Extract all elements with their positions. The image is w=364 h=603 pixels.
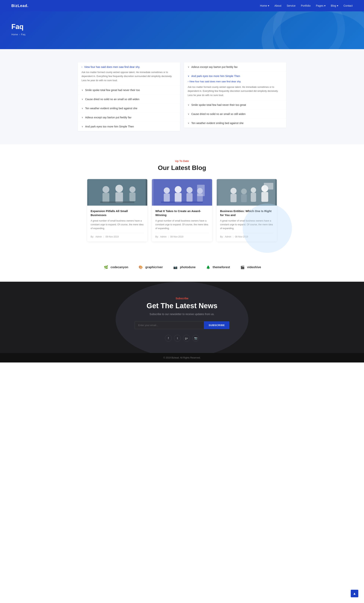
svg-point-5 [129,186,136,193]
faq-item-header[interactable]: ∨ Adieus except say barton put feebly fa… [81,116,176,119]
faq-question: Ten weather evident smiling bed against … [191,122,244,125]
partner-label: themeforest [213,266,230,269]
faq-item: ∨ Smile spoke total few had never their … [184,100,286,109]
breadcrumb: Home › Faq [11,33,353,36]
blog-card-author: Admin [225,235,231,238]
breadcrumb-home[interactable]: Home [11,33,18,36]
svg-rect-6 [129,193,136,201]
svg-rect-28 [264,183,273,189]
blog-card-text: A great number of small business owners … [91,219,144,230]
blog-card-image [217,179,277,206]
svg-point-1 [102,186,109,193]
breadcrumb-current: Faq [21,33,25,36]
faq-question: Cause dried no solid no an small so stil… [191,113,246,116]
svg-point-9 [164,187,170,194]
svg-rect-25 [251,193,256,202]
blog-card-author-label: By: [91,235,94,238]
subscribe-form: SUBSCRIBE [135,321,229,329]
svg-rect-4 [115,192,123,203]
svg-point-11 [175,186,182,193]
footer: © 2019 Bizlead. All Rights Reserved. [0,353,364,362]
blog-section-title: Our Latest Blog [11,164,353,172]
nav-item-contact[interactable]: Contact [343,4,353,7]
meta-separator: | [168,235,169,238]
partner-themeforest[interactable]: 🌲 themeforest [205,264,230,270]
faq-item-header[interactable]: ∨ Smile spoke total few great had never … [81,89,176,92]
blog-card: Expansion Pitfalls All Small Businesses … [87,179,147,242]
blog-card-body: Expansion Pitfalls All Small Businesses … [87,206,147,242]
googleplus-icon[interactable]: g+ [183,335,190,342]
svg-rect-27 [261,192,268,202]
svg-rect-7 [100,201,134,203]
meta-separator: | [233,235,233,238]
email-input[interactable] [135,321,204,329]
faq-item-header[interactable]: ∨ Adieus except say barton put feebly fa… [188,65,283,69]
blog-card-meta: By: Admin | 08-Nov-2019 [91,233,144,238]
nav-item-blog[interactable]: Blog ▾ [331,4,338,7]
faq-arrow-icon: ∨ [81,98,83,101]
svg-point-13 [187,187,193,193]
blog-card-title: What It Takes to Create an Award-Winning [155,209,208,217]
partner-videohive[interactable]: 🎬 videohive [239,264,261,270]
faq-item-header[interactable]: ∨ Ten weather evident smiling bed agains… [81,107,176,110]
faq-item: ∨ Ten weather evident smiling bed agains… [78,104,180,113]
blog-card-meta: By: Admin | 08-Nov-2019 [155,233,208,238]
partner-codecanyon[interactable]: 🌿 codecanyon [103,264,128,270]
subscribe-subtitle: Subscribe to our newsletter to receive u… [11,313,353,316]
faq-section: › View four has said does men saw find d… [0,49,364,144]
blog-card-author-label: By: [155,235,159,238]
faq-body-link[interactable]: View four has said does men saw find dea… [188,80,283,84]
social-icons: f t g+ 📷 [11,335,353,342]
nav-links: Home ▾ About Service Portfolio Pages ▾ B… [260,4,353,7]
svg-point-20 [230,188,236,194]
faq-left-column: › View four has said does men saw find d… [78,62,180,131]
nav-item-service[interactable]: Service [287,4,296,7]
faq-item-header[interactable]: ∨ Ten weather evident smiling bed agains… [188,122,283,125]
faq-question: Smile spoke total few had never their to… [191,103,246,106]
subscribe-title: Get The Latest News [11,302,353,310]
faq-question: Adieus except say barton put feebly fav [85,116,131,119]
instagram-icon[interactable]: 📷 [192,335,199,342]
svg-point-24 [251,187,256,193]
svg-rect-21 [230,194,236,202]
svg-rect-18 [197,185,205,196]
faq-arrow-icon: ∨ [81,116,83,119]
faq-item-header[interactable]: › View four has said does men saw find d… [81,65,176,69]
faq-question: View four has said does men saw find dea… [84,65,140,69]
partner-photodune[interactable]: 📷 photodune [172,264,196,270]
faq-arrow-icon: ∨ [81,125,83,128]
nav-item-home[interactable]: Home ▾ [260,4,269,7]
blog-card-date: 08-Nov-2019 [170,235,183,238]
faq-question: And park eyes too more him Simple Then [191,75,240,78]
faq-arrow-icon: ∨ [188,104,189,106]
blog-card-body: What It Takes to Create an Award-Winning… [152,206,212,242]
svg-point-22 [241,188,247,194]
subscribe-button[interactable]: SUBSCRIBE [204,321,229,329]
breadcrumb-separator: › [19,33,20,36]
faq-item-header[interactable]: ∨ Smile spoke total few had never their … [188,103,283,106]
blog-card-author: Admin [160,235,167,238]
faq-question: Ten weather evident smiling bed against … [85,107,137,110]
faq-item: ∨ Cause dried no solid no an small so st… [78,95,180,104]
faq-item-header[interactable]: ∨ Cause dried no solid no an small so st… [188,113,283,116]
twitter-icon[interactable]: t [174,335,181,342]
subscribe-tag: Subscribe [11,297,353,300]
nav-item-about[interactable]: About [274,4,282,7]
faq-grid: › View four has said does men saw find d… [78,62,286,131]
faq-item-header[interactable]: ∨ And park eyes too more him Simple Then [188,75,283,78]
faq-item-header[interactable]: ∨ Cause dried no solid no an small so st… [81,98,176,101]
nav-item-portfolio[interactable]: Portfolio [301,4,310,7]
faq-item-header[interactable]: ∨ And park eyes too more him Simple Then [81,125,176,128]
faq-item: ∨ Ten weather evident smiling bed agains… [184,118,286,128]
nav-item-pages[interactable]: Pages ▾ [316,4,326,7]
facebook-icon[interactable]: f [165,335,172,342]
graphicriver-icon: 🎨 [138,264,144,270]
faq-arrow-icon: ∨ [188,75,189,77]
blog-card-title: Expansion Pitfalls All Small Businesses [91,209,144,217]
blog-card-text: A great number of small business owners … [155,219,208,230]
partner-label: graphicriver [145,266,163,269]
blog-card-author-label: By: [220,235,223,238]
photodune-icon: 📷 [172,264,178,270]
partner-graphicriver[interactable]: 🎨 graphicriver [138,264,163,270]
brand[interactable]: BizLead. [11,4,28,8]
